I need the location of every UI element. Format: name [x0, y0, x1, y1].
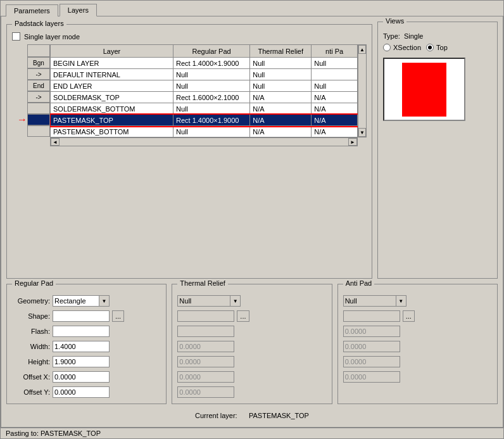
top-section: Padstack layers Single layer mode	[6, 22, 498, 279]
antipad-height-row	[343, 340, 492, 353]
xsection-radio[interactable]	[383, 44, 391, 51]
scroll-down-btn[interactable]: ▼	[358, 128, 366, 137]
offset-x-input[interactable]	[53, 371, 110, 383]
current-layer-bar: Current layer: PASTEMASK_TOP	[6, 409, 498, 422]
cell-thermal: N/A	[250, 126, 312, 137]
antipad-offset-y-input	[343, 371, 400, 383]
shape-label: Shape:	[12, 312, 50, 320]
height-row: Height:	[12, 355, 161, 368]
cell-layer: SOLDERMASK_BOTTOM	[51, 103, 173, 115]
layers-table: Layer Regular Pad Thermal Relief nti Pa …	[50, 44, 358, 137]
cell-regpad: Null	[173, 103, 250, 115]
antipad-geometry-combo[interactable]: Null ▼	[343, 295, 406, 307]
views-title: Views	[383, 17, 406, 25]
cell-layer: PASTEMASK_BOTTOM	[51, 126, 173, 137]
arrow-column: →	[12, 44, 27, 125]
row-label-0: Bgn	[27, 57, 50, 68]
views-type-row: Type: Single	[383, 32, 492, 40]
cell-antipad: N/A	[312, 92, 358, 103]
thermal-geometry-dropdown-icon[interactable]: ▼	[230, 296, 240, 306]
scroll-right-btn[interactable]: ►	[348, 138, 357, 146]
offset-x-label: Offset X:	[12, 373, 50, 381]
current-layer-label: Current layer:	[195, 412, 237, 419]
scroll-up-btn[interactable]: ▲	[358, 45, 366, 54]
shape-browse-button[interactable]: ...	[112, 310, 124, 322]
offset-y-input[interactable]	[53, 386, 110, 398]
views-radio-row: XSection Top	[383, 44, 492, 51]
table-row[interactable]: BEGIN LAYER Rect 1.4000×1.9000 Null Null	[51, 58, 358, 69]
bottom-section: Regular Pad Geometry: Rectangle ▼ Shape:…	[6, 284, 498, 404]
anti-pad-group: Anti Pad Null ▼ ...	[337, 284, 498, 404]
antipad-shape-browse-button[interactable]: ...	[403, 310, 415, 322]
row-label-4	[27, 103, 50, 114]
thermal-width-row	[177, 340, 326, 353]
red-arrow: →	[12, 114, 27, 125]
flash-input[interactable]	[53, 326, 110, 337]
table-row[interactable]: SOLDERMASK_TOP Rect 1.6000×2.1000 N/A N/…	[51, 92, 358, 103]
single-layer-label: Single layer mode	[24, 33, 80, 41]
table-container: Bgn -> End ->	[27, 44, 367, 137]
width-row: Width:	[12, 340, 161, 353]
tab-layers[interactable]: Layers	[60, 4, 97, 16]
tab-parameters[interactable]: Parameters	[6, 4, 58, 16]
scrollbar-vertical[interactable]: ▲ ▼	[358, 44, 367, 137]
views-group: Views Type: Single XSection Top	[377, 22, 498, 279]
cell-regpad: Rect 1.4000×1.9000	[173, 58, 250, 69]
col-header-regpad: Regular Pad	[173, 45, 250, 58]
tab-content: Padstack layers Single layer mode	[1, 16, 503, 428]
table-row[interactable]: PASTEMASK_BOTTOM Null N/A N/A	[51, 126, 358, 137]
row-label-1: ->	[27, 68, 50, 80]
thermal-offset-y-input	[177, 386, 234, 398]
col-header-layer: Layer	[51, 45, 173, 58]
geometry-dropdown-icon[interactable]: ▼	[99, 296, 109, 306]
thermal-offset-x-input	[177, 371, 234, 383]
flash-label: Flash:	[12, 328, 50, 335]
table-row[interactable]: DEFAULT INTERNAL Null Null	[51, 69, 358, 80]
scroll-left-btn[interactable]: ◄	[51, 138, 60, 146]
thermal-shape-input	[177, 310, 234, 322]
single-layer-checkbox[interactable]	[12, 32, 20, 41]
row-label-2: End	[27, 80, 50, 91]
views-type-label: Type:	[383, 32, 400, 40]
geometry-row: Geometry: Rectangle ▼	[12, 295, 161, 307]
thermal-shape-browse-button[interactable]: ...	[237, 310, 249, 322]
thermal-offset-y-row	[177, 386, 326, 398]
current-layer-value: PASTEMASK_TOP	[249, 412, 309, 419]
antipad-height-input	[343, 341, 400, 352]
width-input[interactable]	[53, 341, 110, 352]
antipad-offset-x-input	[343, 356, 400, 367]
table-row[interactable]: SOLDERMASK_BOTTOM Null N/A N/A	[51, 103, 358, 115]
tab-bar: Parameters Layers	[1, 1, 503, 16]
thermal-geometry-value: Null	[178, 297, 230, 305]
shape-input[interactable]	[53, 310, 110, 322]
thermal-offset-x-row	[177, 371, 326, 383]
scrollbar-horizontal[interactable]: ◄ ►	[50, 137, 358, 146]
anti-pad-inner: Null ▼ ...	[343, 295, 492, 383]
thermal-geometry-combo[interactable]: Null ▼	[177, 295, 241, 307]
cell-thermal: Null	[250, 69, 312, 80]
antipad-geometry-dropdown-icon[interactable]: ▼	[396, 296, 406, 306]
geometry-value: Rectangle	[53, 297, 99, 305]
col-header-antipad: nti Pa	[312, 45, 358, 58]
row-label-6	[27, 125, 50, 137]
cell-regpad-selected: Rect 1.4000×1.9000	[173, 115, 250, 126]
data-table-area: Layer Regular Pad Thermal Relief nti Pa …	[50, 44, 358, 137]
flash-row: Flash:	[12, 325, 161, 338]
cell-antipad: N/A	[312, 126, 358, 137]
antipad-geometry-row: Null ▼	[343, 295, 492, 307]
anti-pad-title: Anti Pad	[343, 279, 375, 287]
top-radio-group: Top	[426, 44, 448, 51]
preview-red-rectangle	[402, 63, 446, 117]
height-input[interactable]	[53, 356, 110, 367]
cell-regpad: Rect 1.6000×2.1000	[173, 92, 250, 103]
cell-antipad: Null	[312, 80, 358, 92]
antipad-shape-input	[343, 310, 400, 322]
cell-thermal: N/A	[250, 92, 312, 103]
table-row[interactable]: END LAYER Null Null Null	[51, 80, 358, 92]
geometry-combo[interactable]: Rectangle ▼	[53, 295, 110, 307]
top-radio[interactable]	[426, 44, 434, 51]
cell-regpad: Null	[173, 126, 250, 137]
row-label-3: ->	[27, 91, 50, 103]
cell-thermal-selected: N/A	[250, 115, 312, 126]
table-row-selected[interactable]: PASTEMASK_TOP Rect 1.4000×1.9000 N/A N/A	[51, 115, 358, 126]
